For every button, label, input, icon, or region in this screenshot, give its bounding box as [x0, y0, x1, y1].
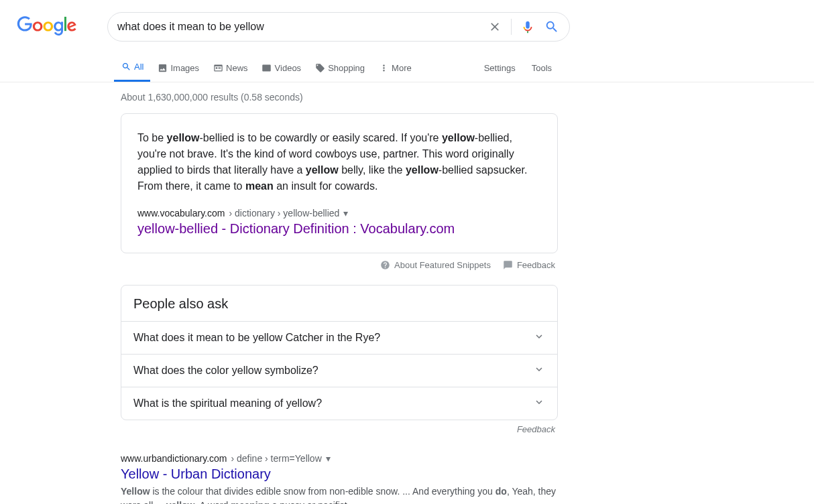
tab-more-label: More: [392, 63, 412, 73]
feedback-icon: [503, 260, 513, 270]
cite-path: › define › term=Yellow: [231, 453, 321, 464]
result-description: Yellow is the colour that divides edible…: [121, 485, 558, 504]
clear-icon[interactable]: [487, 19, 503, 35]
paa-question[interactable]: What is the spiritual meaning of yellow?: [121, 387, 557, 420]
news-icon: [213, 62, 223, 73]
snippet-cite[interactable]: www.vocabulary.com › dictionary › yellow…: [137, 208, 541, 218]
tab-images-label: Images: [170, 63, 199, 73]
tab-all-label: All: [134, 62, 143, 72]
cite-domain: www.urbandictionary.com: [121, 453, 227, 464]
result-title-link[interactable]: Yellow - Urban Dictionary: [121, 466, 271, 482]
separator: [511, 19, 512, 35]
paa-question-text: What is the spiritual meaning of yellow?: [133, 397, 322, 410]
search-icon[interactable]: [544, 19, 560, 35]
paa-question[interactable]: What does the color yellow symbolize?: [121, 354, 557, 387]
search-bar[interactable]: [107, 12, 570, 42]
tab-shopping-label: Shopping: [328, 63, 365, 73]
paa-question-text: What does it mean to be yellow Catcher i…: [133, 332, 380, 344]
voice-search-icon[interactable]: [520, 19, 536, 35]
tools-link[interactable]: Tools: [532, 54, 552, 82]
chevron-down-icon: [533, 396, 545, 411]
more-icon: [378, 62, 389, 73]
tab-videos-label: Videos: [275, 63, 302, 73]
paa-question-text: What does the color yellow symbolize?: [133, 365, 318, 377]
chevron-down-icon: [533, 363, 545, 378]
paa-title: People also ask: [121, 286, 557, 321]
snippet-text: To be yellow-bellied is to be cowardly o…: [137, 130, 541, 194]
tab-all[interactable]: All: [114, 54, 150, 82]
tab-videos[interactable]: Videos: [255, 54, 308, 82]
search-small-icon: [121, 62, 131, 72]
about-featured-snippets[interactable]: About Featured Snippets: [380, 260, 491, 270]
paa-question[interactable]: What does it mean to be yellow Catcher i…: [121, 321, 557, 354]
help-icon: [380, 260, 390, 270]
paa-feedback[interactable]: Feedback: [517, 424, 555, 434]
snippet-feedback[interactable]: Feedback: [503, 260, 555, 270]
cite-domain: www.vocabulary.com: [137, 208, 225, 218]
tab-news[interactable]: News: [206, 54, 255, 82]
settings-link[interactable]: Settings: [484, 54, 516, 82]
tab-news-label: News: [226, 63, 248, 73]
dropdown-icon[interactable]: ▾: [326, 453, 331, 464]
search-tabs: All Images News Videos Shopping More Set…: [114, 54, 814, 82]
images-icon: [157, 62, 168, 73]
shopping-icon: [314, 62, 325, 73]
google-logo[interactable]: [16, 16, 78, 36]
result-stats: About 1,630,000,000 results (0.58 second…: [121, 82, 558, 113]
result-cite[interactable]: www.urbandictionary.com › define › term=…: [121, 453, 558, 464]
cite-path: › dictionary › yellow-bellied: [229, 208, 339, 218]
chevron-down-icon: [533, 330, 545, 345]
dropdown-icon[interactable]: ▾: [343, 208, 348, 218]
snippet-title-link[interactable]: yellow-bellied - Dictionary Definition :…: [137, 221, 455, 237]
tab-shopping[interactable]: Shopping: [308, 54, 371, 82]
videos-icon: [261, 62, 272, 73]
tab-images[interactable]: Images: [150, 54, 206, 82]
people-also-ask: People also ask What does it mean to be …: [121, 285, 558, 420]
tab-more[interactable]: More: [371, 54, 418, 82]
featured-snippet: To be yellow-bellied is to be cowardly o…: [121, 113, 558, 253]
search-result: www.urbandictionary.com › define › term=…: [121, 453, 558, 504]
search-input[interactable]: [117, 21, 487, 33]
